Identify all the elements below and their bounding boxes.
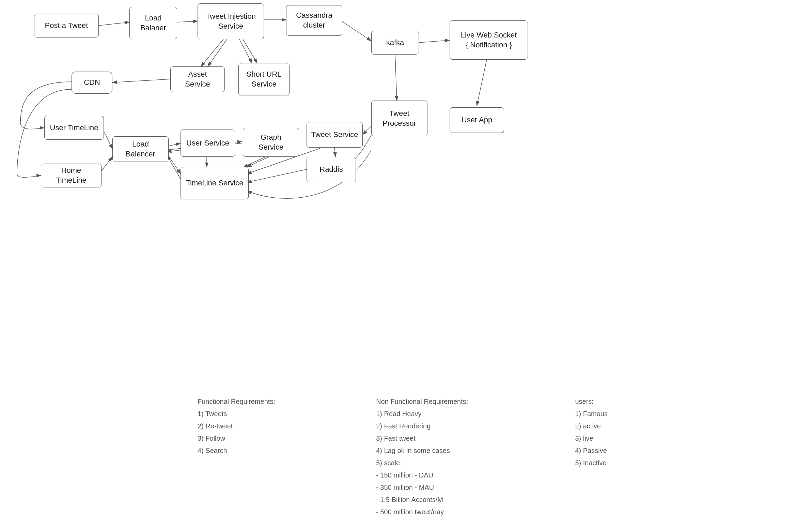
- functional-requirements: Functional Requirements: 1) Tweets2) Re-…: [198, 395, 275, 516]
- node-graph-service: Graph Service: [243, 128, 299, 157]
- node-raddis: Raddis: [307, 157, 356, 182]
- node-label: Short URL Service: [247, 70, 282, 89]
- svg-line-10: [208, 37, 228, 66]
- node-load-balancer-top: Load Balaner: [129, 7, 177, 39]
- node-user-timeline: User TimeLine: [44, 116, 104, 140]
- list-item: - 350 million - MAU: [376, 481, 474, 494]
- svg-line-13: [112, 79, 170, 82]
- list-item: 1) Tweets: [198, 408, 275, 420]
- svg-line-3: [177, 21, 198, 22]
- arrows-layer: [0, 0, 812, 375]
- svg-line-15: [100, 157, 112, 172]
- list-item: - 500 million tweet/day: [376, 506, 474, 516]
- list-item: 4) Lag ok in some cases: [376, 444, 474, 457]
- svg-line-24: [363, 126, 371, 135]
- node-label: Load Balaner: [140, 13, 166, 33]
- node-user-service: User Service: [181, 130, 235, 157]
- diagram: Post a Tweet Load Balaner Tweet Injestio…: [0, 0, 812, 375]
- node-live-websocket: Live Web Socket { Notification }: [450, 20, 528, 60]
- node-label: Live Web Socket { Notification }: [461, 30, 517, 50]
- node-label: kafka: [386, 38, 404, 48]
- list-item: - 1.5 Billion Acconts/M: [376, 494, 474, 506]
- svg-line-8: [477, 58, 487, 106]
- node-asset-service: Asset Service: [170, 66, 225, 92]
- svg-line-21: [244, 157, 266, 167]
- list-item: 4) Search: [198, 444, 275, 457]
- node-label: Load Balencer: [117, 139, 164, 159]
- non-functional-items: 1) Read Heavy2) Fast Rendering3) Fast tw…: [376, 408, 474, 516]
- node-label: Home TimeLine: [45, 166, 97, 185]
- node-label: Cassandra cluster: [296, 11, 332, 30]
- svg-line-2: [99, 22, 129, 26]
- list-item: 2) active: [575, 420, 608, 432]
- node-label: Asset Service: [175, 70, 220, 89]
- node-cdn: CDN: [72, 72, 112, 94]
- svg-line-26: [167, 155, 181, 179]
- node-label: User App: [462, 115, 493, 125]
- node-user-app: User App: [450, 107, 504, 133]
- users-items: 1) Famous2) active3) live4) Passive5) In…: [575, 408, 608, 469]
- list-item: 3) Fast tweet: [376, 432, 474, 444]
- list-item: 3) Follow: [198, 432, 275, 444]
- functional-items: 1) Tweets2) Re-tweet3) Follow4) Search: [198, 408, 275, 457]
- node-cassandra: Cassandra cluster: [286, 5, 342, 36]
- svg-line-5: [341, 20, 371, 41]
- list-item: 5) Inactive: [575, 457, 608, 469]
- list-item: 1) Famous: [575, 408, 608, 420]
- node-post-tweet: Post a Tweet: [34, 14, 99, 37]
- node-short-url: Short URL Service: [238, 63, 290, 95]
- node-label: Tweet Service: [311, 130, 358, 140]
- svg-line-16: [167, 143, 181, 147]
- svg-line-12: [242, 37, 257, 63]
- functional-title: Functional Requirements:: [198, 395, 275, 408]
- svg-line-18: [167, 153, 181, 174]
- node-label: Raddis: [319, 165, 343, 174]
- non-functional-requirements: Non Functional Requirements: 1) Read Hea…: [376, 395, 474, 516]
- svg-line-7: [395, 55, 397, 101]
- node-timeline-service: TimeLine Service: [181, 167, 249, 199]
- svg-line-11: [238, 37, 252, 63]
- node-label: User Service: [186, 138, 229, 148]
- node-tweet-service: Tweet Service: [307, 122, 363, 148]
- node-label: Post a Tweet: [45, 21, 88, 31]
- non-functional-title: Non Functional Requirements:: [376, 395, 474, 408]
- list-item: 5) scale:: [376, 457, 474, 469]
- node-tweet-processor: Tweet Processor: [371, 101, 427, 136]
- list-item: - 150 million - DAU: [376, 469, 474, 481]
- svg-line-9: [201, 37, 225, 66]
- list-item: 4) Passive: [575, 444, 608, 457]
- node-label: TimeLine Service: [186, 178, 243, 188]
- node-label: CDN: [84, 78, 100, 88]
- users-section: users: 1) Famous2) active3) live4) Passi…: [575, 395, 608, 516]
- node-label: Tweet Injestion Service: [206, 12, 256, 31]
- svg-line-20: [247, 157, 269, 167]
- list-item: 2) Re-tweet: [198, 420, 275, 432]
- node-label: Graph Service: [247, 133, 295, 152]
- info-section: Functional Requirements: 1) Tweets2) Re-…: [0, 389, 812, 516]
- list-item: 2) Fast Rendering: [376, 420, 474, 432]
- node-label: User TimeLine: [50, 123, 98, 133]
- node-label: Tweet Processor: [382, 109, 416, 128]
- node-tweet-injection: Tweet Injestion Service: [198, 3, 264, 39]
- svg-line-6: [419, 40, 450, 43]
- svg-line-23: [247, 169, 307, 182]
- list-item: 1) Read Heavy: [376, 408, 474, 420]
- node-home-timeline: Home TimeLine: [41, 164, 102, 187]
- node-kafka: kafka: [371, 31, 419, 55]
- users-title: users:: [575, 395, 608, 408]
- node-load-balancer-mid: Load Balencer: [112, 136, 169, 162]
- list-item: 3) live: [575, 432, 608, 444]
